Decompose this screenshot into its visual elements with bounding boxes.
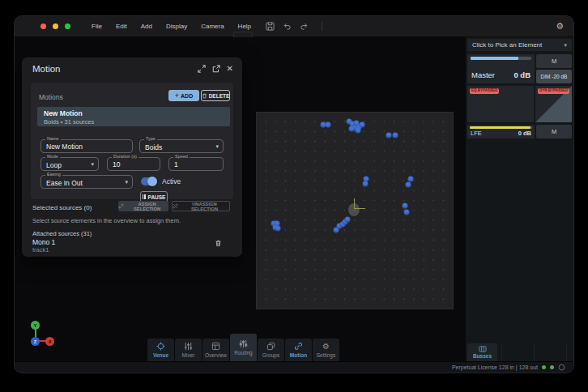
lfe-meter: [470, 126, 532, 129]
easing-select[interactable]: Easing Ease In Out ▾: [40, 175, 133, 189]
source-dot[interactable]: [349, 126, 355, 132]
pause-icon: [143, 194, 146, 199]
menu-camera[interactable]: Camera: [201, 23, 224, 30]
tab-overview[interactable]: Overview: [202, 339, 229, 361]
source-dot[interactable]: [345, 217, 351, 223]
listener-axis-y: [354, 198, 355, 208]
unassign-selection-button[interactable]: UNASSIGN SELECTION: [172, 201, 230, 211]
duration-field[interactable]: Duration (s): [107, 157, 160, 171]
gizmo-z-node: Z: [31, 337, 40, 346]
element-picker-dropdown[interactable]: Click to Pick an Element ▾: [467, 39, 572, 51]
speed-input[interactable]: [169, 158, 223, 170]
motion-list-item-selected[interactable]: New Motion Boids • 31 sources: [37, 107, 230, 126]
menu-help[interactable]: Help: [238, 23, 251, 30]
source-dot[interactable]: [393, 133, 398, 138]
remove-source-trash-icon[interactable]: [215, 240, 222, 247]
tab-slot-divider: [534, 343, 535, 361]
close-icon[interactable]: ✕: [227, 65, 233, 73]
status-circle-icon[interactable]: [558, 364, 565, 371]
chevron-down-icon: ▾: [215, 143, 219, 150]
link-off-icon: [173, 203, 178, 209]
menu-edit[interactable]: Edit: [116, 23, 127, 30]
status-indicator-green-2: [550, 365, 554, 369]
source-dot[interactable]: [403, 203, 408, 209]
motion-panel: Motion ✕ Motions: [23, 58, 241, 256]
delete-motion-button[interactable]: DELETE: [201, 90, 230, 101]
source-dot[interactable]: [275, 226, 281, 232]
settings-gear-icon[interactable]: ⚙: [556, 22, 564, 31]
source-dot[interactable]: [360, 122, 365, 128]
redo-icon[interactable]: [300, 22, 309, 31]
tab-routing-label: Routing: [234, 350, 252, 356]
attached-source-name: Mono 1: [32, 238, 55, 246]
master-fader-panel[interactable]: Master 0 dB: [467, 54, 535, 83]
name-input[interactable]: [41, 140, 132, 152]
eq-panel[interactable]: EQ BYPASSED: [467, 86, 534, 122]
lfe-mute-button[interactable]: M: [536, 125, 572, 138]
link-icon: [118, 203, 124, 209]
active-label: Active: [162, 177, 181, 185]
name-field[interactable]: Name: [40, 139, 133, 153]
traffic-light-minimize[interactable]: [53, 23, 58, 29]
tab-groups[interactable]: Groups: [258, 339, 284, 361]
groups-icon: [266, 342, 275, 351]
undo-icon[interactable]: [283, 22, 292, 31]
traffic-light-close[interactable]: [40, 23, 46, 29]
popout-icon[interactable]: [212, 65, 220, 73]
add-motion-button[interactable]: + ADD: [168, 90, 199, 101]
source-dot[interactable]: [386, 133, 392, 138]
main-view: Y Z X Venue: [15, 37, 466, 361]
master-dim-button[interactable]: DIM -20 dB: [536, 70, 572, 83]
dyn-bypassed-badge: DYN BYPASSED: [538, 88, 569, 94]
titlebar: File Edit Add Display Camera Help: [15, 16, 573, 37]
lfe-channel-strip: LFE 0 dB M: [467, 125, 572, 138]
tab-motion-label: Motion: [290, 352, 307, 358]
attached-source-row[interactable]: Mono 1 track1: [23, 238, 241, 256]
active-toggle[interactable]: [141, 177, 157, 185]
venue-canvas[interactable]: [256, 112, 454, 309]
menu-add[interactable]: Add: [141, 23, 152, 30]
gizmo-x-node: X: [45, 337, 54, 346]
chevron-down-icon: ▾: [564, 42, 567, 49]
axis-gizmo: Y Z X: [26, 321, 62, 350]
motions-label: Motions: [39, 93, 63, 101]
source-dot[interactable]: [406, 182, 411, 188]
master-mute-button[interactable]: M: [536, 54, 572, 68]
expand-icon[interactable]: [198, 65, 206, 73]
tab-settings[interactable]: ⚙ Settings: [313, 339, 339, 361]
screenshot-stage: File Edit Add Display Camera Help: [0, 0, 588, 392]
menu-display[interactable]: Display: [166, 23, 187, 30]
status-bar: Perpetual License 128 in | 128 out: [15, 361, 573, 373]
source-dot[interactable]: [326, 122, 331, 128]
menu-bar: File Edit Add Display Camera Help: [92, 23, 251, 30]
routing-icon: [239, 339, 248, 348]
source-dot[interactable]: [404, 210, 410, 215]
save-icon[interactable]: [266, 22, 275, 31]
source-dot[interactable]: [356, 128, 361, 134]
selected-sources-label: Selected sources (0): [32, 204, 92, 211]
menu-file[interactable]: File: [92, 23, 102, 30]
mixer-sidebar: Click to Pick an Element ▾ Master 0 dB M…: [466, 37, 573, 361]
tab-routing[interactable]: Routing: [230, 334, 257, 361]
tab-slot-divider: [501, 343, 502, 361]
speed-field[interactable]: Speed: [168, 157, 224, 171]
source-dot[interactable]: [408, 177, 414, 182]
assign-selection-button[interactable]: ASSIGN SELECTION: [118, 201, 168, 211]
type-select[interactable]: Type Boids ▾: [139, 139, 224, 153]
titlebar-divider: [322, 22, 322, 31]
tab-motion[interactable]: Motion: [285, 339, 312, 361]
tab-settings-label: Settings: [317, 352, 336, 358]
source-dot[interactable]: [363, 181, 369, 187]
chevron-down-icon: ▾: [125, 179, 128, 185]
dynamics-panel[interactable]: DYN BYPASSED: [535, 86, 572, 122]
motion-item-name: New Motion: [44, 109, 224, 117]
tab-busses[interactable]: Busses: [467, 343, 497, 361]
mode-select[interactable]: Mode Loop ▾: [40, 157, 99, 171]
tab-slot-divider: [566, 343, 567, 361]
traffic-light-zoom[interactable]: [65, 23, 70, 29]
tab-venue[interactable]: Venue: [147, 339, 174, 361]
tab-mixer[interactable]: Mixer: [175, 339, 202, 361]
lfe-fader-panel[interactable]: LFE 0 dB: [467, 125, 535, 138]
lfe-level-value: 0 dB: [518, 130, 531, 137]
duration-input[interactable]: [108, 158, 160, 170]
